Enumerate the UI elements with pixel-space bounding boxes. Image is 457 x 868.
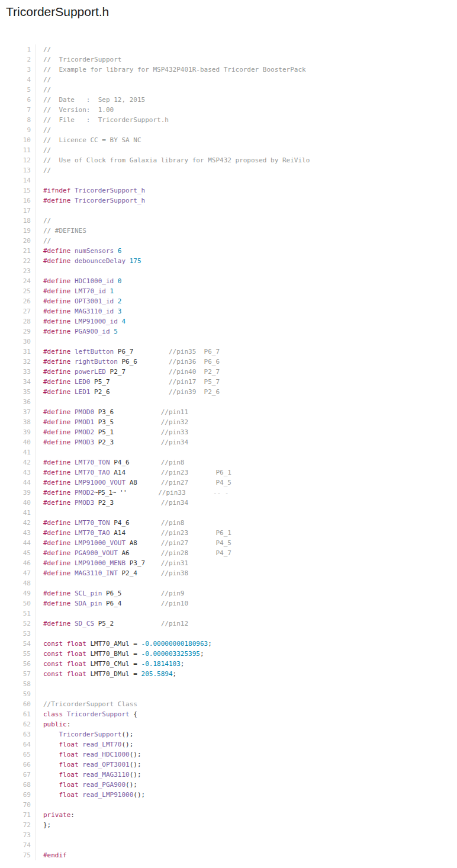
code-text: // TricorderSupport (36, 55, 121, 65)
line-number[interactable]: 50 (0, 598, 36, 608)
line-number[interactable]: 22 (0, 256, 36, 266)
line-number[interactable]: 25 (0, 286, 36, 296)
line-number[interactable]: 41 (0, 447, 36, 457)
line-number[interactable]: 62 (0, 719, 36, 729)
code-line: 73 (0, 830, 457, 840)
file-title: TricorderSupport.h (6, 5, 457, 19)
line-number[interactable]: 65 (0, 750, 36, 760)
code-line: 47#define MAG3110_INT P2_4 //pin38 (0, 568, 457, 578)
code-line: 69 float read_LMP91000(); (0, 790, 457, 800)
line-number[interactable]: 35 (0, 387, 36, 397)
line-number[interactable]: 42 (0, 518, 36, 528)
line-number[interactable]: 14 (0, 175, 36, 185)
line-number[interactable]: 36 (0, 397, 36, 407)
code-line: 48 (0, 578, 457, 588)
line-number[interactable]: 13 (0, 165, 36, 175)
line-number[interactable]: 71 (0, 810, 36, 820)
line-number[interactable]: 46 (0, 558, 36, 568)
code-text: const float LMT70_BMul = -0.000003325395… (36, 649, 204, 659)
line-number[interactable]: 69 (0, 790, 36, 800)
code-text (36, 800, 43, 810)
line-number[interactable]: 70 (0, 800, 36, 810)
line-number[interactable]: 4 (0, 75, 36, 85)
line-number[interactable]: 23 (0, 266, 36, 276)
line-number[interactable]: 53 (0, 629, 36, 639)
line-number[interactable]: 15 (0, 185, 36, 196)
line-number[interactable]: 1 (0, 44, 36, 55)
line-number[interactable]: 28 (0, 316, 36, 326)
line-number[interactable]: 33 (0, 367, 36, 377)
line-number[interactable]: 43 (0, 528, 36, 538)
line-number[interactable]: 17 (0, 206, 36, 216)
line-number[interactable]: 27 (0, 306, 36, 316)
line-number[interactable]: 67 (0, 770, 36, 780)
line-number[interactable]: 37 (0, 407, 36, 417)
line-number[interactable]: 42 (0, 457, 36, 467)
line-number[interactable]: 55 (0, 649, 36, 659)
line-number[interactable]: 44 (0, 478, 36, 488)
code-line: 75#endif (0, 850, 457, 860)
line-number[interactable]: 59 (0, 689, 36, 699)
line-number[interactable]: 18 (0, 216, 36, 226)
line-number[interactable]: 41 (0, 508, 36, 518)
line-number[interactable]: 29 (0, 326, 36, 337)
line-number[interactable]: 72 (0, 820, 36, 830)
line-number[interactable]: 39 (0, 427, 36, 437)
line-number[interactable]: 6 (0, 95, 36, 105)
line-number[interactable]: 45 (0, 548, 36, 558)
line-number[interactable]: 2 (0, 55, 36, 65)
code-line: 6// Date : Sep 12, 2015 (0, 95, 457, 105)
line-number[interactable]: 51 (0, 608, 36, 619)
line-number[interactable]: 44 (0, 538, 36, 548)
code-text: // File : TricorderSupport.h (36, 115, 169, 125)
line-number[interactable]: 58 (0, 679, 36, 689)
line-number[interactable]: 26 (0, 296, 36, 306)
line-number[interactable]: 48 (0, 578, 36, 588)
line-number[interactable]: 5 (0, 85, 36, 95)
line-number[interactable]: 54 (0, 639, 36, 649)
code-line: 63 TricorderSupport(); (0, 729, 457, 739)
line-number[interactable]: 39 (0, 488, 36, 498)
line-number[interactable]: 61 (0, 709, 36, 719)
line-number[interactable]: 7 (0, 105, 36, 115)
line-number[interactable]: 32 (0, 357, 36, 367)
line-number[interactable]: 21 (0, 246, 36, 256)
code-line: 13// (0, 165, 457, 175)
line-number[interactable]: 64 (0, 739, 36, 750)
line-number[interactable]: 47 (0, 568, 36, 578)
line-number[interactable]: 73 (0, 830, 36, 840)
line-number[interactable]: 63 (0, 729, 36, 739)
line-number[interactable]: 49 (0, 588, 36, 598)
line-number[interactable]: 12 (0, 155, 36, 165)
line-number[interactable]: 11 (0, 145, 36, 155)
code-text: #define MAG3110_id 3 (36, 306, 121, 316)
code-line: 12// Use of Clock from Galaxia library f… (0, 155, 457, 165)
line-number[interactable]: 24 (0, 276, 36, 286)
code-line: 45#define PGA900_VOUT A6 //pin28 P4_7 (0, 548, 457, 558)
line-number[interactable]: 40 (0, 437, 36, 447)
code-line: 32#define rightButton P6_6 //pin36 P6_6 (0, 357, 457, 367)
line-number[interactable]: 40 (0, 498, 36, 508)
line-number[interactable]: 20 (0, 236, 36, 246)
line-number[interactable]: 56 (0, 659, 36, 669)
line-number[interactable]: 43 (0, 467, 36, 478)
line-number[interactable]: 34 (0, 377, 36, 387)
line-number[interactable]: 75 (0, 850, 36, 860)
line-number[interactable]: 52 (0, 619, 36, 629)
line-number[interactable]: 3 (0, 65, 36, 75)
line-number[interactable]: 38 (0, 417, 36, 427)
line-number[interactable]: 8 (0, 115, 36, 125)
line-number[interactable]: 19 (0, 226, 36, 236)
line-number[interactable]: 31 (0, 347, 36, 357)
line-number[interactable]: 60 (0, 699, 36, 709)
line-number[interactable]: 16 (0, 196, 36, 206)
code-line: 10// Licence CC = BY SA NC (0, 135, 457, 145)
line-number[interactable]: 30 (0, 337, 36, 347)
line-number[interactable]: 68 (0, 780, 36, 790)
line-number[interactable]: 74 (0, 840, 36, 850)
line-number[interactable]: 66 (0, 760, 36, 770)
line-number[interactable]: 57 (0, 669, 36, 679)
line-number[interactable]: 9 (0, 125, 36, 135)
line-number[interactable]: 10 (0, 135, 36, 145)
code-text: // Use of Clock from Galaxia library for… (36, 155, 310, 165)
